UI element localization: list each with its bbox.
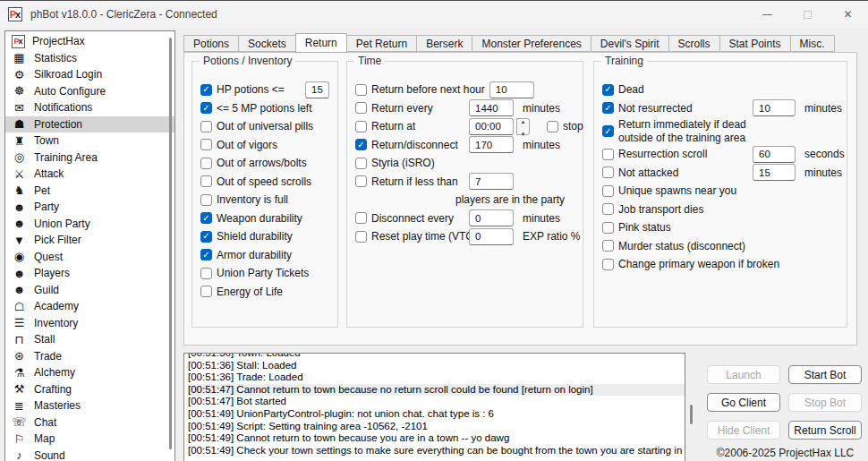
return-at-stop-checkbox[interactable]	[547, 121, 558, 132]
return-tab-panel: Potions / Inventory HP potions <=<= 5 MP…	[183, 52, 857, 346]
start-bot-button[interactable]: Start Bot	[788, 365, 862, 384]
disconnect-every-checkbox[interactable]	[355, 212, 367, 224]
out-of-arrows-bolts-checkbox[interactable]	[200, 158, 212, 169]
return-at-spinner-up-icon[interactable]	[522, 114, 525, 126]
shield-durability-checkbox[interactable]	[200, 231, 212, 243]
resurrection-scroll-checkbox[interactable]	[602, 149, 614, 160]
sidebar-item-attack[interactable]: ⚔Attack	[5, 166, 174, 183]
sidebar-item-protection[interactable]: ☗Protection	[5, 116, 174, 133]
murder-status-checkbox[interactable]	[602, 240, 614, 252]
dead-checkbox[interactable]	[602, 84, 614, 96]
sidebar-item-map[interactable]: ⚐Map	[5, 431, 174, 448]
log-output[interactable]: [00:51:36] Town: Loaded[00:51:36] Stall:…	[183, 353, 685, 461]
out-of-speed-scrolls-checkbox[interactable]	[200, 175, 212, 187]
change-primary-weapon-checkbox[interactable]	[602, 259, 614, 270]
return-if-less-than-checkbox[interactable]	[355, 175, 367, 187]
sidebar-item-label: Town	[34, 134, 59, 147]
sidebar-item-crafting[interactable]: ⚒Crafting	[5, 381, 174, 398]
sidebar-item-town[interactable]: ♜Town	[5, 132, 174, 149]
sidebar-item-label: Notifications	[34, 101, 92, 114]
not-attacked-input[interactable]	[753, 164, 796, 181]
job-transport-dies-checkbox[interactable]	[602, 203, 614, 215]
go-client-button[interactable]: Go Client	[707, 393, 780, 412]
not-resurrected-checkbox[interactable]	[602, 102, 614, 114]
sidebar-item-silkroad-login[interactable]: ⚙Silkroad Login	[5, 66, 174, 83]
tab-misc[interactable]: Misc.	[790, 35, 835, 52]
tab-return[interactable]: Return	[295, 33, 347, 53]
return-at-spinner[interactable]	[516, 118, 530, 135]
unique-spawns-near-you-checkbox[interactable]	[602, 185, 614, 197]
return-every-input[interactable]	[469, 99, 514, 116]
tab-devils-spirit[interactable]: Devil's Spirit	[591, 35, 669, 52]
tab-potions[interactable]: Potions	[183, 35, 239, 52]
tab-pet-return[interactable]: Pet Return	[346, 35, 417, 52]
return-at-input[interactable]	[469, 118, 514, 135]
return-at-checkbox[interactable]	[355, 121, 367, 132]
pink-status-checkbox[interactable]	[602, 222, 614, 234]
sidebar-item-label: Alchemy	[34, 366, 75, 379]
log-scrollbar-thumb[interactable]	[690, 405, 693, 424]
sidebar-item-players[interactable]: ☻Players	[5, 265, 174, 282]
potions-inventory-group: Potions / Inventory HP potions <=<= 5 MP…	[191, 61, 338, 328]
sidebar-item-academy[interactable]: ☖Academy	[5, 298, 174, 315]
inventory-is-full-checkbox[interactable]	[200, 194, 212, 206]
logo-letter-x: x	[15, 10, 21, 20]
disconnect-every-input[interactable]	[469, 209, 514, 226]
sidebar-item-union-party[interactable]: ☻Union Party	[5, 216, 174, 233]
return-if-less-than-input[interactable]	[469, 173, 514, 190]
reset-play-time-vtc-input[interactable]	[469, 228, 514, 245]
armor-durability-checkbox[interactable]	[200, 249, 212, 260]
return-disconnect-input[interactable]	[469, 136, 514, 153]
return-before-next-hour-checkbox[interactable]	[355, 84, 367, 96]
return-if-dead-outside-checkbox[interactable]	[602, 125, 614, 137]
not-attacked-checkbox[interactable]	[602, 166, 614, 178]
styria-isro-checkbox[interactable]	[355, 158, 367, 169]
sidebar-item-auto-configure[interactable]: ☸Auto Configure	[5, 83, 174, 100]
out-of-universal-pills-checkbox[interactable]	[200, 121, 212, 132]
sidebar-item-chat[interactable]: ☏Chat	[5, 414, 174, 431]
weapon-durability-row: Weapon durability	[200, 209, 332, 228]
return-disconnect-checkbox[interactable]	[355, 139, 367, 150]
sidebar-item-training-area[interactable]: ◎Training Area	[5, 149, 174, 166]
sidebar-item-statistics[interactable]: ▦Statistics	[5, 50, 174, 67]
return-every-checkbox[interactable]	[355, 102, 367, 114]
sidebar-item-trade[interactable]: ⊛Trade	[5, 348, 174, 365]
return-before-next-hour-input[interactable]	[489, 81, 534, 98]
hp-potions-checkbox[interactable]	[200, 84, 212, 96]
resurrection-scroll-input[interactable]	[753, 146, 796, 163]
sidebar-item-masteries[interactable]: ≣Masteries	[5, 397, 174, 414]
tab-scrolls[interactable]: Scrolls	[668, 35, 720, 52]
sidebar-item-party[interactable]: ☻Party	[5, 199, 174, 216]
sidebar-scrollbar[interactable]	[169, 38, 172, 449]
sidebar-item-stall[interactable]: ⊓Stall	[5, 331, 174, 348]
hp-potions-input[interactable]	[305, 81, 329, 98]
mp-potions-left-row: <= 5 MP potions left	[200, 99, 332, 118]
mp-potions-left-checkbox[interactable]	[200, 102, 212, 114]
sidebar-item-alchemy[interactable]: ⚗Alchemy	[5, 364, 174, 381]
sidebar-item-label: Silkroad Login	[34, 68, 102, 81]
sidebar-item-notifications[interactable]: ✉Notifications	[5, 99, 174, 116]
energy-of-life-label: Energy of Life	[217, 286, 283, 298]
tab-sockets[interactable]: Sockets	[238, 35, 296, 52]
energy-of-life-checkbox[interactable]	[200, 286, 212, 297]
not-resurrected-input[interactable]	[753, 99, 796, 116]
sidebar-item-guild[interactable]: ☻Guild	[5, 282, 174, 299]
reset-play-time-vtc-checkbox[interactable]	[355, 231, 367, 243]
tab-stat-points[interactable]: Stat Points	[719, 35, 791, 52]
log-scrollbar[interactable]	[686, 353, 697, 461]
minimize-button[interactable]	[747, 1, 787, 28]
sidebar-item-label: Masteries	[34, 399, 81, 412]
union-party-tickets-checkbox[interactable]	[200, 268, 212, 279]
sidebar-item-sound[interactable]: ♪Sound	[5, 448, 174, 461]
sidebar-item-pet[interactable]: ♞Pet	[5, 183, 174, 200]
out-of-vigors-checkbox[interactable]	[200, 139, 212, 150]
sidebar-item-inventory[interactable]: ☰Inventory	[5, 315, 174, 332]
tab-monster-preferences[interactable]: Monster Preferences	[472, 35, 591, 52]
tab-berserk[interactable]: Berserk	[416, 35, 472, 52]
close-button[interactable]	[828, 1, 868, 28]
weapon-durability-checkbox[interactable]	[200, 212, 212, 224]
sidebar-item-projecthax[interactable]: PxProjectHax	[5, 33, 174, 50]
sidebar-item-pick-filter[interactable]: ▼Pick Filter	[5, 232, 174, 249]
sidebar-item-quest[interactable]: ◉Quest	[5, 249, 174, 266]
return-scroll-button[interactable]: Return Scroll	[788, 421, 862, 440]
